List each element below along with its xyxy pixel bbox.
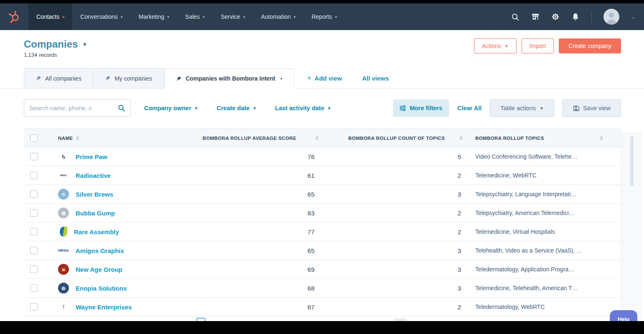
row-checkbox[interactable] <box>30 209 38 217</box>
chevron-down-icon: ▾ <box>203 15 205 19</box>
user-silhouette-icon <box>603 9 619 25</box>
column-header-name[interactable]: NAME <box>44 129 198 147</box>
chevron-down-icon: ▾ <box>243 15 245 19</box>
company-name-link[interactable]: Radioactive <box>76 172 111 179</box>
nav-item-reports[interactable]: Reports ▾ <box>304 3 345 30</box>
tab-my-companies[interactable]: My companies <box>94 68 164 88</box>
filter-dropdown-last-activity-date[interactable]: Last activity date ▼ <box>275 105 332 111</box>
chevron-down-icon[interactable]: ⌄ <box>631 14 635 20</box>
save-icon <box>573 105 579 111</box>
scrollbar-track[interactable] <box>622 132 642 320</box>
company-name-link[interactable]: Enopia Solutions <box>76 285 127 292</box>
table-actions-button[interactable]: Table actions ▼ <box>490 99 554 117</box>
title-block: Companies ▼ 1,134 records <box>24 38 87 58</box>
select-all-checkbox[interactable] <box>30 134 38 142</box>
search-icon[interactable] <box>118 104 125 112</box>
add-view-link[interactable]: + Add view <box>307 74 342 82</box>
company-name-link[interactable]: Silver Brews <box>76 191 113 198</box>
import-button[interactable]: Import <box>522 38 554 53</box>
hubspot-logo[interactable] <box>0 3 28 30</box>
page-title[interactable]: Companies <box>24 38 78 50</box>
scrollbar-thumb[interactable] <box>630 136 634 186</box>
help-button[interactable]: Help <box>610 310 637 321</box>
clear-all-link[interactable]: Clear All <box>457 105 482 111</box>
filter-bar: Company owner ▼Create date ▼Last activit… <box>24 99 621 117</box>
row-checkbox[interactable] <box>30 266 38 273</box>
topics-cell: Teledermatology, Application Progra… <box>469 266 621 273</box>
company-name-link[interactable]: Amigos Graphix <box>76 247 124 254</box>
column-header-topics[interactable]: BOMBORA ROLLUP TOPICS <box>469 129 621 147</box>
sort-icon[interactable] <box>459 136 463 140</box>
row-checkbox[interactable] <box>30 284 38 292</box>
record-count: 1,134 records <box>24 52 87 58</box>
search-box <box>24 99 131 117</box>
avatar[interactable] <box>603 9 619 25</box>
column-label: BOMBORA ROLLUP COUNT OF TOPICS <box>348 136 445 141</box>
company-name-link[interactable]: Rare Assembly <box>74 228 119 235</box>
nav-item-automation[interactable]: Automation ▾ <box>253 3 304 30</box>
nav-item-contacts[interactable]: Contacts ▾ <box>28 3 72 30</box>
company-logo: ▦ <box>58 207 69 218</box>
create-company-button[interactable]: Create company <box>559 38 621 53</box>
company-name-cell: ▦ Bubba Gump <box>44 207 198 218</box>
chevron-down-icon[interactable]: ▼ <box>82 41 87 48</box>
nav-item-sales[interactable]: Sales ▾ <box>177 3 213 30</box>
search-input[interactable] <box>29 105 115 111</box>
actions-button-label: Actions <box>482 43 501 49</box>
company-name-link[interactable]: New Age Group <box>76 266 122 273</box>
tab-all-companies[interactable]: All companies <box>24 68 94 88</box>
actions-button[interactable]: Actions ▼ <box>474 38 517 53</box>
average-score-cell: 83 <box>198 210 325 217</box>
row-checkbox[interactable] <box>30 172 38 179</box>
tab-label: My companies <box>114 75 152 82</box>
pagination-page-button[interactable] <box>196 318 205 321</box>
company-name-link[interactable]: Prime Paw <box>76 153 107 160</box>
row-checkbox[interactable] <box>30 228 38 235</box>
nav-item-label: Marketing <box>139 13 164 20</box>
filter-dropdown-create-date[interactable]: Create date ▼ <box>217 105 257 111</box>
filter-dropdown-company-owner[interactable]: Company owner ▼ <box>144 105 198 111</box>
sort-icon[interactable] <box>600 136 603 140</box>
table-row: ▦ Bubba Gump 83 2 Telepsychiatry, Americ… <box>24 204 621 223</box>
company-name-cell: ▣ New Age Group <box>44 264 198 275</box>
nav-item-conversations[interactable]: Conversations ▾ <box>72 3 131 30</box>
more-filters-button[interactable]: More filters <box>393 99 449 117</box>
notifications-icon[interactable] <box>571 13 580 21</box>
column-header-count-of-topics[interactable]: BOMBORA ROLLUP COUNT OF TOPICS <box>325 129 469 147</box>
search-icon[interactable] <box>511 13 520 21</box>
tabs-container: All companies My companies Companies wit… <box>24 68 294 88</box>
row-checkbox-cell <box>24 153 44 160</box>
table-body: ϟ Prime Paw 76 5 Video Conferencing Soft… <box>24 147 621 316</box>
row-checkbox[interactable] <box>30 190 38 198</box>
company-name-link[interactable]: Wayne Enterprises <box>76 304 132 311</box>
row-checkbox[interactable] <box>30 303 38 311</box>
column-header-average-score[interactable]: BOMBORA ROLLUP AVERAGE SCORE <box>198 129 325 147</box>
table-row: ▣ New Age Group 69 3 Teledermatology, Ap… <box>24 260 621 279</box>
company-name-link[interactable]: Bubba Gump <box>76 210 115 217</box>
tab-companies-with-bombora-intent[interactable]: Companies with Bombora Intent▾ <box>164 68 294 89</box>
table-row: ≋ Silver Brews 65 3 Telepsychiatry, Lang… <box>24 185 621 204</box>
filter-dropdowns: Company owner ▼Create date ▼Last activit… <box>144 105 331 111</box>
nav-item-service[interactable]: Service ▾ <box>213 3 253 30</box>
table-row: ϟ Prime Paw 76 5 Video Conferencing Soft… <box>24 147 621 166</box>
row-checkbox-cell <box>24 172 44 179</box>
row-checkbox-cell <box>24 303 44 311</box>
row-checkbox[interactable] <box>30 153 38 160</box>
row-checkbox-cell <box>24 247 44 254</box>
save-view-button[interactable]: Save view <box>563 99 621 117</box>
nav-right-cluster: ⌄ <box>511 3 644 30</box>
companies-table: NAME BOMBORA ROLLUP AVERAGE SCORE BOMBOR… <box>24 129 621 316</box>
sort-icon[interactable] <box>315 136 319 140</box>
company-logo: ▣ <box>58 264 69 275</box>
marketplace-icon[interactable] <box>531 13 540 21</box>
chevron-down-icon: ▼ <box>327 106 331 111</box>
chevron-down-icon: ▾ <box>335 15 337 19</box>
nav-item-marketing[interactable]: Marketing ▾ <box>131 3 177 30</box>
row-checkbox[interactable] <box>30 247 38 254</box>
chevron-down-icon: ▼ <box>505 44 509 48</box>
all-views-link[interactable]: All views <box>362 75 389 82</box>
add-view-label: Add view <box>314 75 342 82</box>
settings-icon[interactable] <box>551 13 560 21</box>
sort-icon[interactable] <box>76 136 79 140</box>
pagination-next-button[interactable] <box>395 319 406 321</box>
